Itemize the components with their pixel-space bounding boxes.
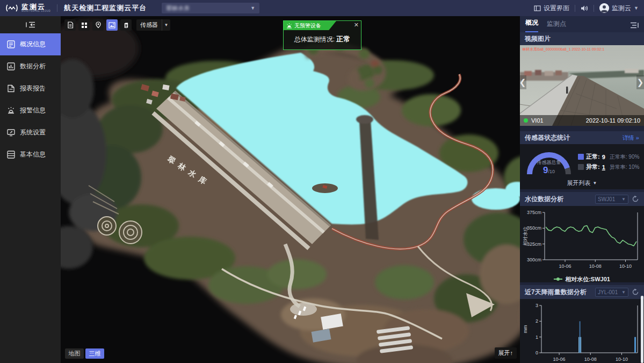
rain-section-header: 近7天降雨量数据分析 JYL-001 ▼ bbox=[520, 285, 644, 299]
normal-rate-label: 正常率: bbox=[610, 154, 627, 160]
map-3d-scene[interactable]: 翠林水库 bbox=[61, 16, 520, 363]
grid-view-button[interactable] bbox=[78, 19, 90, 31]
svg-text:1: 1 bbox=[536, 334, 538, 340]
gauge-total-suffix: /10 bbox=[548, 169, 555, 174]
basic-info-icon bbox=[7, 151, 15, 159]
top-header: 监测云 MONITORING CLOUD 航天检测工程监测云平台 翠林水库 ▼ … bbox=[0, 0, 644, 16]
app-root: 监测云 MONITORING CLOUD 航天检测工程监测云平台 翠林水库 ▼ … bbox=[0, 0, 644, 363]
water-sensor-select[interactable]: SWJ01 ▼ bbox=[595, 195, 628, 204]
sensor-legend: 正常: 9 正常率: 90% 异常: 1 异常率: 10% bbox=[578, 146, 644, 177]
tab-overview[interactable]: 概况 bbox=[525, 18, 538, 32]
logo-subtext: MONITORING CLOUD bbox=[21, 10, 50, 13]
carousel-next-icon[interactable]: ❯ bbox=[636, 75, 644, 89]
expand-button[interactable]: 展开↑ bbox=[495, 347, 517, 359]
abnormal-count[interactable]: 1 bbox=[602, 164, 605, 170]
normal-swatch bbox=[578, 154, 584, 160]
svg-text:mm: mm bbox=[523, 325, 528, 333]
gauge-value: 9/10 bbox=[520, 165, 578, 176]
user-name: 监测云 bbox=[612, 4, 631, 13]
sidebar-item-alarms[interactable]: 报警信息 bbox=[0, 99, 61, 122]
collapse-menu-icon bbox=[26, 22, 35, 28]
svg-text:350cm: 350cm bbox=[527, 225, 541, 231]
bar-chart-icon bbox=[7, 62, 15, 70]
three-d-mode-button[interactable]: 三维 bbox=[85, 348, 104, 359]
sensor-dropdown-button[interactable]: 传感器 ▼ bbox=[136, 19, 170, 31]
chevron-down-icon[interactable]: ▼ bbox=[162, 19, 170, 31]
alert-body: 总体监测情况: 正常 bbox=[284, 30, 361, 49]
user-menu[interactable]: 监测云 ▼ bbox=[599, 3, 639, 13]
sound-button[interactable] bbox=[581, 5, 588, 12]
sidebar-item-label: 报警信息 bbox=[20, 106, 46, 115]
panel-scrollbar[interactable] bbox=[641, 296, 643, 363]
sidebar-item-basic-info[interactable]: 基本信息 bbox=[0, 144, 61, 166]
sidebar-item-reports[interactable]: 报表报告 bbox=[0, 77, 61, 99]
rain-sensor-select[interactable]: JYL-001 ▼ bbox=[595, 288, 628, 297]
video-timestamp: 2022-10-11 09:02:10 bbox=[586, 117, 640, 124]
sidebar-item-system-settings[interactable]: 系统设置 bbox=[0, 122, 61, 144]
normal-count: 9 bbox=[602, 154, 605, 160]
svg-text:325cm: 325cm bbox=[527, 241, 541, 247]
document-icon bbox=[67, 22, 74, 29]
image-view-button[interactable] bbox=[106, 19, 118, 31]
abnormal-label: 异常: bbox=[586, 163, 600, 171]
tab-monitoring-points[interactable]: 监测点 bbox=[547, 19, 566, 32]
route-button[interactable] bbox=[120, 19, 132, 31]
panel-menu-icon[interactable] bbox=[630, 22, 639, 29]
camera-osd-text: 翠林水库6a8_00000006a8_1 2022-10-11 09:02:1 bbox=[522, 47, 604, 52]
svg-text:10-08: 10-08 bbox=[589, 264, 602, 269]
svg-text:相对水位: 相对水位 bbox=[523, 226, 528, 246]
water-legend-marker bbox=[554, 279, 562, 280]
svg-text:300cm: 300cm bbox=[527, 257, 541, 262]
divider bbox=[594, 5, 594, 12]
rainfall-chart: 012310-0610-0810-10mm bbox=[522, 301, 643, 363]
sidebar-item-overview[interactable]: 概况信息 bbox=[0, 33, 61, 55]
sensor-section-header: 传感器状态统计 详情 » bbox=[520, 131, 644, 144]
image-icon bbox=[108, 22, 115, 29]
site-select-dropdown[interactable]: 翠林水库 ▼ bbox=[162, 3, 259, 13]
platform-title: 航天检测工程监测云平台 bbox=[64, 3, 147, 13]
sidebar-item-data-analysis[interactable]: 数据分析 bbox=[0, 55, 61, 77]
abnormal-rate-value: 10% bbox=[628, 164, 639, 170]
chevron-down-icon: ▼ bbox=[250, 5, 255, 11]
sensor-detail-link[interactable]: 详情 » bbox=[623, 134, 639, 142]
svg-text:10-06: 10-06 bbox=[553, 357, 566, 362]
sidebar-item-label: 基本信息 bbox=[20, 150, 46, 159]
video-section-header: 视频图片 bbox=[520, 32, 644, 45]
camera-id: VI01 bbox=[531, 117, 544, 124]
route-icon bbox=[123, 22, 129, 29]
normal-label: 正常: bbox=[586, 153, 600, 161]
layers-document-button[interactable] bbox=[64, 19, 76, 31]
video-still-image bbox=[520, 45, 644, 126]
svg-text:375cm: 375cm bbox=[527, 210, 541, 215]
panel-tabbar: 概况 监测点 bbox=[520, 16, 644, 32]
video-thumbnail[interactable]: 翠林水库6a8_00000006a8_1 2022-10-11 09:02:1 … bbox=[520, 45, 644, 126]
water-section-header: 水位数据分析 SWJ01 ▼ bbox=[520, 192, 644, 206]
system-settings-icon bbox=[7, 129, 15, 137]
map-3d-viewport[interactable]: 翠林水库 bbox=[61, 16, 520, 363]
svg-text:2: 2 bbox=[536, 318, 538, 324]
map-toolbar: 传感器 ▼ bbox=[64, 19, 170, 31]
video-section-title: 视频图片 bbox=[525, 34, 551, 44]
close-icon[interactable]: ✕ bbox=[354, 22, 359, 29]
carousel-prev-icon[interactable]: ❮ bbox=[520, 75, 526, 89]
normal-rate-value: 90% bbox=[628, 154, 639, 160]
map-mode-button[interactable]: 地图 bbox=[65, 348, 84, 359]
water-level-chart: 375cm350cm325cm300cm10-0610-0810-10相对水位 bbox=[522, 208, 643, 272]
sensor-stats-block: 传感器总量 9/10 正常: 9 正常率: 90% bbox=[520, 144, 644, 189]
water-section-title: 水位数据分析 bbox=[525, 195, 563, 204]
map-pin-button[interactable] bbox=[92, 19, 104, 31]
refresh-icon[interactable] bbox=[632, 195, 639, 203]
alert-tag-label: 无预警设备 bbox=[294, 22, 321, 30]
sidebar-item-label: 概况信息 bbox=[20, 40, 46, 49]
camera-online-dot bbox=[524, 118, 528, 123]
sensor-button-label: 传感器 bbox=[136, 21, 162, 29]
divider bbox=[57, 4, 57, 12]
speaker-icon bbox=[581, 5, 588, 12]
svg-text:3: 3 bbox=[536, 303, 538, 308]
settings-ui-button[interactable]: 设置界面 bbox=[534, 4, 569, 13]
video-info-bar: VI01 2022-10-11 09:02:10 bbox=[520, 115, 644, 126]
expand-sensor-list-button[interactable]: 展开列表 ▼ bbox=[520, 177, 644, 188]
svg-text:10-06: 10-06 bbox=[559, 264, 571, 269]
sidebar-collapse-button[interactable] bbox=[0, 16, 61, 33]
refresh-icon[interactable] bbox=[632, 288, 639, 296]
